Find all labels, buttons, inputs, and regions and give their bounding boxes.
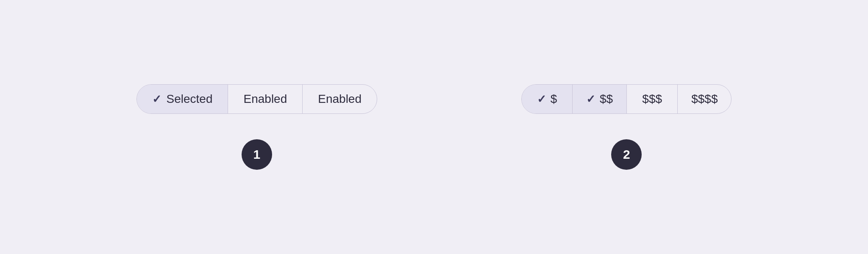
segmented-control-2: ✓ $ ✓ $$ $$$ $$$$: [521, 84, 732, 114]
price-segment-4[interactable]: $$$$: [678, 85, 731, 113]
price-segment-2[interactable]: ✓ $$: [573, 85, 627, 113]
check-icon-2: ✓: [537, 93, 546, 106]
price-segment-1-label: $: [551, 92, 557, 106]
price-segment-1[interactable]: ✓ $: [522, 85, 573, 113]
check-icon-3: ✓: [586, 93, 595, 106]
example1-badge-label: 1: [253, 147, 260, 162]
price-segment-3-label: $$$: [642, 92, 662, 106]
page-container: ✓ Selected Enabled Enabled 1 ✓ $: [0, 0, 868, 254]
examples-row: ✓ Selected Enabled Enabled 1 ✓ $: [136, 84, 732, 170]
example2-wrapper: ✓ $ ✓ $$ $$$ $$$$ 2: [521, 84, 732, 170]
check-icon-1: ✓: [152, 93, 161, 106]
price-segment-2-label: $$: [600, 92, 613, 106]
segment-selected-label: Selected: [167, 92, 213, 106]
segment-enabled-2[interactable]: Enabled: [303, 85, 377, 113]
segment-selected[interactable]: ✓ Selected: [137, 85, 228, 113]
example1-badge: 1: [242, 139, 272, 170]
segment-enabled2-label: Enabled: [318, 92, 362, 106]
example2-badge: 2: [611, 139, 642, 170]
price-segment-3[interactable]: $$$: [627, 85, 678, 113]
segmented-control-1: ✓ Selected Enabled Enabled: [136, 84, 378, 114]
price-segment-4-label: $$$$: [691, 92, 718, 106]
segment-enabled-1[interactable]: Enabled: [228, 85, 303, 113]
segment-enabled1-label: Enabled: [243, 92, 287, 106]
example1-wrapper: ✓ Selected Enabled Enabled 1: [136, 84, 378, 170]
example2-badge-label: 2: [623, 147, 630, 162]
